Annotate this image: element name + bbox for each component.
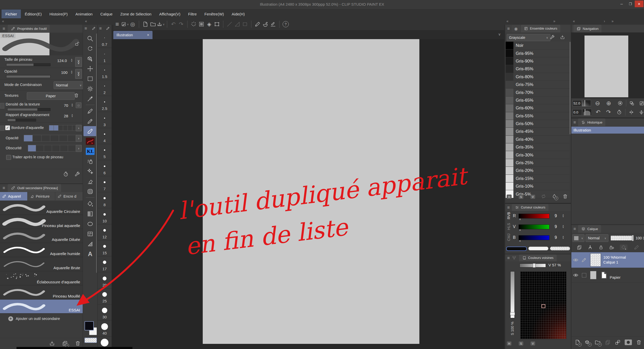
brush-item--claboussure-d-aquarelle[interactable]: Éclaboussure d'aquarelle bbox=[0, 271, 83, 285]
color-preset-select[interactable]: Grayscale ∨ bbox=[507, 34, 550, 41]
zoom-mini-slider[interactable] bbox=[582, 100, 591, 107]
snap-grid-icon[interactable] bbox=[241, 20, 249, 28]
transparent-button[interactable] bbox=[550, 247, 570, 250]
tab-color-slider[interactable]: Curseur couleurs bbox=[512, 204, 548, 211]
expand-c1-icon[interactable]: » bbox=[553, 19, 555, 23]
saturation-slider[interactable] bbox=[510, 271, 515, 318]
channel-slider[interactable] bbox=[519, 224, 549, 229]
main-color-swatch[interactable] bbox=[84, 321, 94, 330]
color-item-noir[interactable]: Noir bbox=[506, 42, 570, 49]
brush-size-40[interactable]: 40 bbox=[98, 320, 112, 336]
brush-size-1.5[interactable]: 1.5 bbox=[98, 64, 112, 80]
clip-to-layer-icon[interactable] bbox=[577, 245, 582, 250]
reset-settings-icon[interactable] bbox=[63, 171, 69, 177]
magnification-slider[interactable] bbox=[7, 119, 36, 121]
tab-tool-properties[interactable]: Propriétés de l'outil bbox=[8, 25, 50, 32]
close-button[interactable]: ✕ bbox=[635, 1, 643, 7]
color-item-gris-20-[interactable]: Gris-20% bbox=[506, 167, 570, 174]
color-set-chip-v[interactable]: V bbox=[530, 195, 535, 199]
color-item-gris-90-[interactable]: Gris-90% bbox=[506, 57, 570, 65]
tab-intermediate-colors[interactable]: ◉ bbox=[512, 25, 520, 32]
duplicate-subtool-icon[interactable]: + bbox=[62, 340, 68, 346]
channel-value[interactable]: 9 bbox=[555, 214, 557, 218]
watercolor-edge-expand-button[interactable]: › bbox=[76, 125, 82, 131]
approx-chip-h[interactable]: H bbox=[507, 341, 512, 346]
color-item-gris-45-[interactable]: Gris-45% bbox=[506, 128, 570, 135]
invert-selection-icon[interactable] bbox=[198, 20, 205, 28]
brush-size-2.5[interactable]: 2.5 bbox=[98, 96, 112, 112]
new-file-icon[interactable] bbox=[141, 20, 149, 28]
approx-chip-s[interactable]: S bbox=[519, 341, 523, 346]
panel-menu-icon[interactable]: ≡ bbox=[507, 27, 510, 31]
brush-size-stepper[interactable]: ∧∨ bbox=[71, 59, 73, 62]
zoom-in-icon[interactable]: ⊕ bbox=[606, 100, 611, 107]
wrench-icon[interactable] bbox=[74, 171, 80, 177]
brush-size-2[interactable]: 2 bbox=[98, 80, 112, 96]
texture-select[interactable]: Paper bbox=[27, 92, 75, 100]
flip-vertical-icon[interactable] bbox=[639, 109, 644, 115]
text-tool[interactable]: A bbox=[83, 249, 97, 259]
unlock-icon[interactable] bbox=[74, 41, 80, 47]
opacity-indicator-button[interactable]: ∨∨ bbox=[75, 69, 82, 79]
scale-rotate-icon[interactable] bbox=[213, 20, 221, 28]
brush-size-3[interactable]: 3 bbox=[98, 112, 112, 128]
zoom-out-icon[interactable]: ⊖ bbox=[595, 100, 600, 107]
reset-rotation-icon[interactable] bbox=[616, 109, 622, 115]
post-process-checkbox[interactable] bbox=[6, 155, 11, 160]
edge-darkness-expand-button[interactable]: › bbox=[76, 145, 82, 152]
tool-strip-menu-icon[interactable]: ≡ bbox=[84, 26, 87, 31]
color-set-chip-s[interactable]: S bbox=[519, 195, 523, 199]
panel-menu-icon[interactable]: ≡ bbox=[3, 186, 5, 190]
collapse-c2-icon[interactable]: « bbox=[573, 19, 575, 23]
frame-border-tool[interactable] bbox=[83, 229, 97, 239]
menu-item-5[interactable]: Zone de Sélection bbox=[116, 10, 155, 18]
eraser-tool[interactable] bbox=[83, 176, 97, 186]
expand-c2-icon[interactable]: » bbox=[612, 19, 614, 23]
brush-size-20[interactable]: 20 bbox=[98, 272, 112, 288]
snap-ruler-icon[interactable] bbox=[226, 20, 233, 28]
panel-menu-icon[interactable]: ≡ bbox=[507, 256, 510, 260]
tool-strip-scrollbar[interactable] bbox=[96, 33, 97, 273]
layer-row[interactable]: 100 %Normal Calque 1 bbox=[571, 252, 644, 268]
brush-size-30[interactable]: 30 bbox=[98, 304, 112, 320]
channel-caret-icon[interactable]: ∧ bbox=[519, 229, 521, 231]
snap-special-ruler-icon[interactable] bbox=[233, 20, 241, 28]
menu-item-3[interactable]: Animation bbox=[72, 10, 97, 18]
brush-size-value[interactable]: 124.0 bbox=[57, 58, 67, 63]
workspace-pen-icon[interactable]: ∨ bbox=[121, 20, 129, 28]
custom-red-tool[interactable] bbox=[83, 136, 97, 146]
brush-size-5[interactable]: 5 bbox=[98, 144, 112, 160]
selection-tool[interactable] bbox=[83, 74, 97, 84]
channel-slider[interactable] bbox=[519, 235, 549, 240]
pen-tool[interactable] bbox=[83, 106, 97, 116]
texture-density-value[interactable]: 70 bbox=[64, 103, 68, 108]
eye-icon[interactable] bbox=[573, 257, 579, 263]
channel-caret-icon[interactable]: ∧ bbox=[519, 239, 521, 242]
edge-opacity-segments[interactable] bbox=[24, 135, 77, 142]
new-layer-icon[interactable]: + bbox=[574, 339, 581, 345]
operation-tool[interactable] bbox=[83, 54, 97, 64]
expand-nav-icon[interactable]: › bbox=[604, 19, 605, 23]
menu-item-8[interactable]: Fenêtre(W) bbox=[201, 10, 228, 18]
layer-mask-icon[interactable] bbox=[625, 339, 632, 345]
brush-item-pinceau-mouill-[interactable]: Pinceau Mouillé bbox=[0, 285, 83, 300]
channel-slider[interactable] bbox=[519, 214, 549, 219]
tab-layers[interactable]: Calque bbox=[578, 225, 601, 233]
fill-icon[interactable]: ◈ bbox=[205, 20, 213, 28]
channel-value[interactable]: 9 bbox=[555, 224, 557, 229]
fit-window-icon[interactable] bbox=[617, 100, 623, 106]
watercolor-edge-checkbox[interactable]: ✓ bbox=[5, 125, 10, 130]
panel-menu-icon[interactable]: ≡ bbox=[507, 205, 510, 210]
delete-color-icon[interactable] bbox=[562, 194, 568, 199]
layer-blend-select[interactable]: Normal ∨ bbox=[586, 234, 608, 242]
brush-size-0.7[interactable]: 0.7 bbox=[98, 32, 112, 48]
collapse-strip-icon[interactable]: « bbox=[85, 19, 87, 23]
panel-menu-icon[interactable]: ≡ bbox=[573, 227, 576, 231]
channel-stepper[interactable]: ∧∨ bbox=[562, 225, 564, 228]
replace-color-icon[interactable] bbox=[541, 194, 546, 199]
rotate-value-field[interactable]: 0.0 bbox=[572, 109, 582, 115]
rotate-mini-slider[interactable] bbox=[582, 109, 592, 116]
gradient-tool[interactable] bbox=[83, 209, 97, 219]
brush-item-aquarelle-dilu-e[interactable]: Aquarelle Diluée bbox=[0, 229, 83, 243]
brush-item-essai[interactable]: ESSAI bbox=[0, 300, 83, 314]
